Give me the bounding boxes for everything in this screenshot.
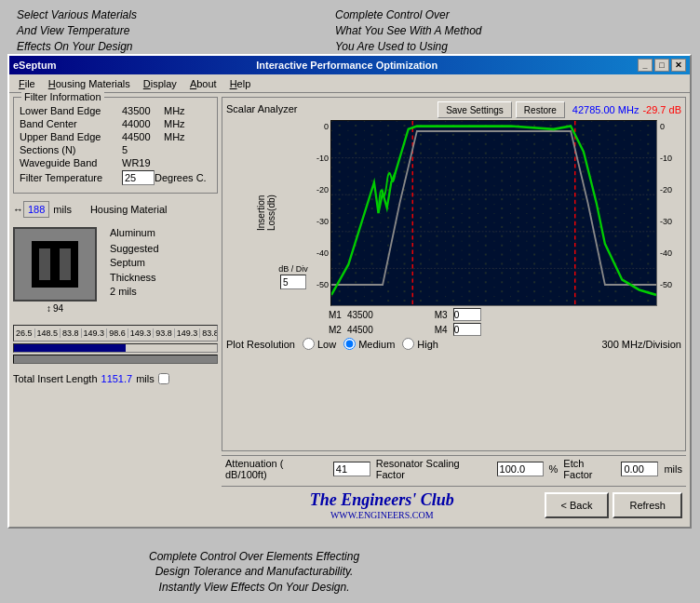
filter-row-lower-band: Lower Band Edge 43500 MHz bbox=[20, 105, 211, 116]
arrow-unit: mils bbox=[53, 204, 72, 215]
numbers-list: 26.5 148.5 83.8 149.3 98.6 149.3 93.8 14… bbox=[14, 328, 217, 338]
m2-value: 44500 bbox=[347, 325, 373, 335]
menu-display[interactable]: Display bbox=[138, 76, 182, 91]
resonator-input[interactable] bbox=[497, 462, 544, 476]
close-button[interactable]: ✕ bbox=[671, 59, 686, 72]
svg-rect-8 bbox=[331, 121, 656, 305]
menu-bar: File Housing Materials Display About Hel… bbox=[9, 74, 690, 93]
attenuation-label: Attenuation ( dB/100ft) bbox=[225, 458, 328, 480]
m4-input[interactable] bbox=[453, 323, 481, 336]
m3-input[interactable] bbox=[453, 308, 481, 321]
chart-row: InsertionLoss(db) dB / Div 0 -10 -20 -30 bbox=[226, 120, 681, 306]
resonator-label: Resonator Scaling Factor bbox=[376, 458, 491, 480]
total-label: Total Insert Length bbox=[13, 373, 98, 384]
filter-label-lower: Lower Band Edge bbox=[20, 105, 122, 116]
restore-button[interactable]: Restore bbox=[516, 101, 565, 118]
septum-arrow-vert: ↕ bbox=[47, 303, 51, 314]
engineers-club: The Engineers' Club WWW.ENGINEERS.COM bbox=[225, 490, 539, 520]
title-bar-left: eSeptum bbox=[13, 60, 56, 71]
etch-unit: mils bbox=[664, 463, 682, 475]
filter-value-waveguide: WR19 bbox=[122, 157, 164, 168]
filter-unit-center: MHz bbox=[164, 118, 185, 129]
arrow-row: ↔ 188 mils Housing Material bbox=[13, 201, 218, 218]
svg-rect-2 bbox=[50, 248, 60, 280]
nav-buttons: < Back Refresh bbox=[545, 492, 682, 518]
plot-resolution-controls: Plot Resolution Low Medium High bbox=[226, 338, 438, 350]
left-panel: Filter Information Lower Band Edge 43500… bbox=[13, 97, 218, 523]
analyzer-box: Scalar Analyzer Save Settings Restore 42… bbox=[222, 97, 686, 451]
septum-labels: Aluminum Suggested Septum Thickness 2 mi… bbox=[110, 227, 159, 300]
db-display: -29.7 dB bbox=[642, 104, 681, 115]
filter-label-center: Band Center bbox=[20, 118, 122, 129]
housing-material-label: Housing Material bbox=[90, 204, 168, 215]
maximize-button[interactable]: □ bbox=[654, 59, 669, 72]
etch-input[interactable] bbox=[621, 462, 658, 476]
filter-row-sections: Sections (N) 5 bbox=[20, 144, 211, 155]
minimize-button[interactable]: _ bbox=[638, 59, 653, 72]
arrow-left-icon: ↔ bbox=[13, 204, 23, 215]
y-ticks-left: 0 -10 -20 -30 -40 -50 bbox=[310, 120, 330, 306]
markers-row2: M2 44500 M4 bbox=[226, 321, 681, 336]
m3-label: M3 bbox=[435, 310, 448, 320]
radio-medium-input[interactable] bbox=[343, 338, 356, 350]
footer-area: The Engineers' Club WWW.ENGINEERS.COM < … bbox=[222, 486, 686, 523]
markers-row: M1 43500 M3 bbox=[226, 306, 681, 321]
radio-low-input[interactable] bbox=[303, 338, 315, 350]
app-name: eSeptum bbox=[13, 60, 56, 71]
total-unit: mils bbox=[136, 373, 155, 384]
resonator-unit: % bbox=[549, 463, 559, 475]
back-button[interactable]: < Back bbox=[545, 492, 610, 518]
filter-value-center: 44000 bbox=[122, 118, 164, 129]
y-axis-area: InsertionLoss(db) bbox=[226, 120, 276, 306]
radio-high-input[interactable] bbox=[402, 338, 414, 350]
attenuation-input[interactable] bbox=[333, 462, 370, 476]
db-div-input[interactable] bbox=[280, 275, 306, 289]
analyzer-title: Scalar Analyzer bbox=[226, 103, 297, 114]
septum-area: ↕ 94 Aluminum Suggested Septum Thickness… bbox=[13, 227, 218, 314]
engineers-club-name: The Engineers' Club bbox=[310, 490, 454, 509]
filter-value-sections: 5 bbox=[122, 144, 164, 155]
menu-file[interactable]: File bbox=[13, 76, 41, 91]
chart-svg: 42500 44000 45500 bbox=[331, 121, 656, 305]
annotation-topleft: Select Various Materials And View Temper… bbox=[17, 7, 137, 54]
y-axis-label: InsertionLoss(db) bbox=[256, 120, 276, 306]
window-controls: _ □ ✕ bbox=[638, 59, 686, 72]
radio-low[interactable]: Low bbox=[303, 338, 336, 350]
radio-medium[interactable]: Medium bbox=[343, 338, 395, 350]
annotation-topright: Complete Control Over What You See With … bbox=[335, 7, 482, 54]
m1-label: M1 bbox=[329, 310, 342, 320]
window-title: Interactive Performance Optimization bbox=[56, 60, 638, 71]
m2-label: M2 bbox=[329, 325, 342, 335]
menu-about[interactable]: About bbox=[184, 76, 222, 91]
plot-resolution-row: Plot Resolution Low Medium High bbox=[226, 336, 681, 352]
housing-value: Aluminum bbox=[110, 227, 159, 238]
analyzer-controls: Save Settings Restore 42785.00 MHz -29.7… bbox=[297, 101, 681, 118]
filter-row-waveguide: Waveguide Band WR19 bbox=[20, 157, 211, 168]
numbers-bar: 26.5 148.5 83.8 149.3 98.6 149.3 93.8 14… bbox=[13, 325, 218, 342]
mhz-per-div: 300 MHz/Division bbox=[601, 339, 681, 350]
engineers-url: WWW.ENGINEERS.COM bbox=[225, 510, 539, 520]
total-row: Total Insert Length 1151.7 mils bbox=[13, 373, 218, 384]
db-div-section: dB / Div bbox=[276, 120, 310, 306]
analyzer-header: Scalar Analyzer Save Settings Restore 42… bbox=[226, 101, 681, 118]
filter-row-upper-band: Upper Band Edge 44500 MHz bbox=[20, 131, 211, 142]
filter-row-temp: Filter Temperature Degrees C. bbox=[20, 170, 211, 185]
right-panel: Scalar Analyzer Save Settings Restore 42… bbox=[222, 97, 686, 523]
db-div-label: dB / Div bbox=[278, 264, 308, 275]
filter-temp-input[interactable] bbox=[122, 170, 155, 185]
total-value: 1151.7 bbox=[101, 373, 133, 384]
footer-checkbox[interactable] bbox=[158, 373, 169, 384]
septum-height-row: ↕ 94 bbox=[47, 303, 63, 314]
filter-label-upper: Upper Band Edge bbox=[20, 131, 122, 142]
menu-help[interactable]: Help bbox=[224, 76, 257, 91]
menu-housing[interactable]: Housing Materials bbox=[43, 76, 136, 91]
radio-high[interactable]: High bbox=[402, 338, 438, 350]
filter-value-upper: 44500 bbox=[122, 131, 164, 142]
thickness-label: Suggested Septum Thickness 2 mils bbox=[110, 242, 159, 300]
save-settings-button[interactable]: Save Settings bbox=[438, 101, 512, 118]
filter-unit-upper: MHz bbox=[164, 131, 185, 142]
title-bar: eSeptum Interactive Performance Optimiza… bbox=[9, 56, 690, 74]
main-window: eSeptum Interactive Performance Optimiza… bbox=[7, 54, 692, 529]
refresh-button[interactable]: Refresh bbox=[612, 492, 682, 518]
filter-info-group: Filter Information Lower Band Edge 43500… bbox=[13, 97, 218, 194]
